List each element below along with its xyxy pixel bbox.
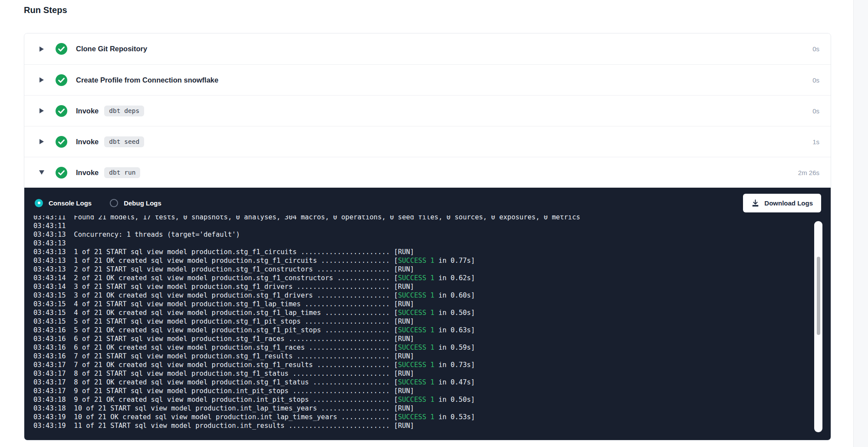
- log-line: 03:43:18 9 of 21 OK created sql view mod…: [33, 395, 805, 404]
- step-label: Invoke: [76, 169, 99, 177]
- log-line: 03:43:11 Found 21 models, 17 tests, 0 sn…: [33, 215, 805, 222]
- step-code-badge: dbt deps: [104, 106, 144, 116]
- log-scrollbar-thumb[interactable]: [817, 257, 820, 335]
- step-row-invoke-dbt-seed[interactable]: Invoke dbt seed 1s: [24, 126, 831, 157]
- log-line: 03:43:13 1 of 21 OK created sql view mod…: [33, 256, 805, 265]
- step-label: Invoke: [76, 138, 99, 146]
- log-line: 03:43:15 4 of 21 OK created sql view mod…: [33, 308, 805, 317]
- success-check-icon: [56, 43, 67, 55]
- log-line: 03:43:13 2 of 21 START sql view model pr…: [33, 265, 805, 274]
- console-logs-radio[interactable]: Console Logs: [35, 199, 92, 207]
- step-label: Clone Git Repository: [76, 45, 147, 53]
- run-steps-page: Run Steps Clone Git Repository 0s Create…: [0, 0, 868, 447]
- log-line: 03:43:16 6 of 21 OK created sql view mod…: [33, 343, 805, 352]
- console-logs-label: Console Logs: [49, 199, 92, 207]
- step-row-clone-git-repository[interactable]: Clone Git Repository 0s: [24, 33, 831, 64]
- expand-caret-icon[interactable]: [38, 46, 45, 52]
- success-check-icon: [56, 167, 67, 179]
- debug-logs-radio[interactable]: Debug Logs: [110, 199, 161, 207]
- step-row-invoke-dbt-deps[interactable]: Invoke dbt deps 0s: [24, 95, 831, 126]
- step-label: Invoke: [76, 107, 99, 115]
- log-line: 03:43:15 4 of 21 START sql view model pr…: [33, 300, 805, 308]
- success-check-icon: [56, 105, 67, 117]
- success-check-icon: [56, 136, 67, 148]
- log-line: 03:43:13: [33, 239, 805, 248]
- log-line: 03:43:16 5 of 21 OK created sql view mod…: [33, 326, 805, 334]
- log-line: 03:43:15 3 of 21 OK created sql view mod…: [33, 291, 805, 300]
- radio-selected-icon[interactable]: [35, 199, 43, 207]
- log-line: 03:43:15 5 of 21 START sql view model pr…: [33, 317, 805, 326]
- step-duration: 0s: [812, 107, 819, 115]
- logs-panel: Console Logs Debug Logs Download Logs 03: [24, 188, 831, 440]
- run-steps-card: Clone Git Repository 0s Create Profile f…: [24, 33, 831, 440]
- log-line: 03:43:19 11 of 21 START sql view model p…: [33, 421, 805, 430]
- step-code-badge: dbt seed: [104, 136, 144, 147]
- expand-caret-icon[interactable]: [38, 77, 45, 83]
- logs-panel-header: Console Logs Debug Logs Download Logs: [24, 188, 831, 215]
- log-line: 03:43:17 9 of 21 START sql view model pr…: [33, 387, 805, 395]
- log-line: 03:43:19 10 of 21 OK created sql view mo…: [33, 413, 805, 421]
- collapse-caret-icon[interactable]: [38, 170, 45, 175]
- expand-caret-icon[interactable]: [38, 108, 45, 113]
- log-line: 03:43:11: [33, 222, 805, 230]
- log-line: 03:43:16 6 of 21 START sql view model pr…: [33, 334, 805, 343]
- radio-unselected-icon[interactable]: [110, 199, 118, 207]
- log-scrollbar[interactable]: [814, 221, 822, 432]
- log-line: 03:43:14 2 of 21 OK created sql view mod…: [33, 274, 805, 282]
- step-row-invoke-dbt-run[interactable]: Invoke dbt run 2m 26s: [24, 157, 831, 188]
- debug-logs-label: Debug Logs: [124, 199, 161, 207]
- download-logs-button[interactable]: Download Logs: [743, 194, 821, 212]
- page-title: Run Steps: [24, 5, 67, 15]
- log-line: 03:43:13 Concurrency: 1 threads (target=…: [33, 230, 805, 239]
- log-lines: 03:43:11 Found 21 models, 17 tests, 0 sn…: [33, 215, 805, 430]
- download-icon: [751, 199, 760, 207]
- step-row-create-profile[interactable]: Create Profile from Connection snowflake…: [24, 64, 831, 95]
- success-check-icon: [56, 74, 67, 86]
- log-viewport[interactable]: 03:43:11 Found 21 models, 17 tests, 0 sn…: [24, 215, 805, 440]
- log-line: 03:43:13 1 of 21 START sql view model pr…: [33, 248, 805, 256]
- step-duration: 0s: [812, 45, 819, 53]
- step-duration: 2m 26s: [798, 169, 819, 176]
- download-logs-label: Download Logs: [764, 199, 813, 207]
- step-duration: 1s: [812, 138, 819, 146]
- log-line: 03:43:14 3 of 21 START sql view model pr…: [33, 282, 805, 291]
- step-duration: 0s: [812, 76, 819, 84]
- page-right-gutter: [853, 0, 868, 447]
- log-line: 03:43:18 10 of 21 START sql view model p…: [33, 404, 805, 413]
- log-line: 03:43:16 7 of 21 START sql view model pr…: [33, 352, 805, 361]
- log-line: 03:43:17 8 of 21 OK created sql view mod…: [33, 378, 805, 387]
- expand-caret-icon[interactable]: [38, 139, 45, 144]
- step-label: Create Profile from Connection snowflake: [76, 76, 218, 84]
- log-line: 03:43:17 8 of 21 START sql view model pr…: [33, 369, 805, 378]
- log-line: 03:43:17 7 of 21 OK created sql view mod…: [33, 361, 805, 369]
- step-code-badge: dbt run: [104, 167, 140, 178]
